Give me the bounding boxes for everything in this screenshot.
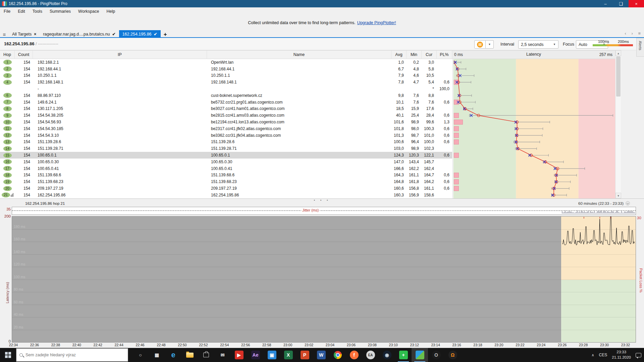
tab-close-icon[interactable]: ×	[34, 32, 36, 37]
taskbar-obs-icon[interactable]: O	[428, 348, 444, 362]
min-cell: 98,9	[407, 120, 422, 124]
maximize-button[interactable]: ❑	[613, 0, 629, 7]
alerts-side-tab[interactable]: Alerts	[636, 38, 644, 57]
taskbar-store-icon[interactable]	[198, 348, 214, 362]
column-header-avg[interactable]: Avg	[391, 51, 407, 59]
language-indicator[interactable]: CES	[599, 353, 607, 357]
scroll-down-icon[interactable]: ▼	[615, 193, 621, 198]
hop-row-19[interactable]: 19154151.139.68.23151.139.68.23164,8161,…	[0, 178, 452, 185]
close-button[interactable]: ×	[629, 0, 644, 7]
timeline-graph[interactable]: 180 ms160 ms140 ms120 ms100 ms80 ms60 ms…	[12, 216, 636, 343]
hop-row-unknown[interactable]: -*100,0	[0, 85, 452, 92]
start-button[interactable]	[0, 348, 16, 362]
taskbar-after-effects-icon[interactable]: Ae	[247, 348, 264, 362]
taskbar-steam-icon[interactable]: ◉	[379, 348, 395, 362]
new-tab-button[interactable]: +	[161, 31, 170, 38]
ip-cell: 192.168.148.1	[33, 80, 207, 84]
min-cell: 4,6	[407, 73, 422, 78]
ip-cell: 154.54.3.10	[33, 133, 207, 138]
cur-cell: 102,3	[422, 146, 437, 151]
tab-check-icon[interactable]: ✔	[112, 32, 116, 37]
hop-row-10[interactable]: 10154154.54.56.93be12194.ccr41.lon13.atl…	[0, 119, 452, 125]
taskbar-powerpoint-icon[interactable]: P	[297, 348, 313, 362]
time-tick-label: 22:46	[133, 343, 148, 347]
upgrade-banner: Collect unlimited data over time to find…	[0, 15, 644, 30]
column-header-name[interactable]: Name	[207, 51, 391, 59]
taskbar-pingplotter-icon[interactable]	[412, 348, 428, 362]
targets-menu-icon[interactable]: ≡	[0, 31, 9, 38]
hop-row-17[interactable]: 17154100.65.0.41100.65.0.41166,6162,2162…	[0, 165, 452, 172]
hop-row-11[interactable]: 11154154.54.30.185be2317.ccr41.jfk02.atl…	[0, 125, 452, 132]
hop-row-16[interactable]: 16154100.65.0.30100.65.0.30147,0143,4145…	[0, 159, 452, 165]
menu-workspace[interactable]: Workspace	[74, 7, 103, 15]
avg-cell: 1,0	[391, 60, 407, 65]
hop-row-21[interactable]: 21154162.254.195.86162.254.195.86160,315…	[0, 192, 452, 198]
tab-target-1[interactable]: ragequitar.nar.jag.d....pa.brutalcs.nu✔	[40, 30, 119, 38]
column-header-pl[interactable]: PL%	[437, 51, 452, 59]
tab-check-icon[interactable]: ✔	[154, 32, 157, 37]
scrollbar-thumb[interactable]	[616, 56, 621, 97]
interval-select[interactable]: 2,5 seconds▼	[518, 40, 558, 49]
taskbar-audio-app-icon[interactable]: Ω	[444, 348, 461, 362]
splitter-handle[interactable]: ● ● ●	[0, 199, 644, 201]
hop-row-4[interactable]: 4154192.168.148.1192.168.148.17,84,75,40…	[0, 79, 452, 85]
hop-badge: 12	[3, 133, 12, 138]
hop-row-1[interactable]: 1154192.168.2.1OpenWrt.lan1,00,23,0	[0, 59, 452, 66]
count-cell: 154	[15, 186, 33, 191]
hop-row-12[interactable]: 12154154.54.3.10be3362.ccr31.jfk04.atlas…	[0, 132, 452, 139]
taskbar-search[interactable]	[16, 348, 128, 362]
menu-help[interactable]: Help	[103, 7, 119, 15]
search-input[interactable]	[25, 353, 119, 357]
column-header-min[interactable]: Min	[407, 51, 422, 59]
pause-dropdown-button[interactable]: ▼	[486, 40, 494, 49]
minimize-button[interactable]: –	[598, 0, 613, 7]
clock[interactable]: 23:33 21.11.2020	[612, 350, 631, 360]
hop-row-2[interactable]: 2154192.168.44.1192.168.44.16,74,85,8	[0, 66, 452, 72]
time-tick-label: 23:00	[280, 343, 295, 347]
hop-row-13[interactable]: 13154151.139.28.6151.139.28.6100,696,410…	[0, 139, 452, 145]
taskbar-capture-app-icon[interactable]: ▣	[264, 348, 280, 362]
taskbar-mail-icon[interactable]: ✉	[214, 348, 231, 362]
menu-file[interactable]: File	[0, 7, 14, 15]
hidden-icons-chevron[interactable]: ∧	[592, 353, 594, 357]
taskbar-ea-icon[interactable]: EA	[362, 348, 379, 362]
count-cell: 154	[15, 146, 33, 151]
hop-row-18[interactable]: 18154151.139.68.6151.139.68.6164,3161,11…	[0, 172, 452, 179]
column-header-count[interactable]: Count	[15, 51, 33, 59]
table-scrollbar[interactable]: ▲ ▼	[615, 50, 621, 198]
menu-summaries[interactable]: Summaries	[46, 7, 74, 15]
hop-row-20[interactable]: 20154209.197.27.19209.197.27.19160,6156,…	[0, 185, 452, 192]
taskbar-excel-icon[interactable]: X	[280, 348, 297, 362]
tab-nav-icons[interactable]: ‹ › ≡	[625, 31, 643, 36]
taskbar-firefox-icon[interactable]: f	[346, 348, 362, 362]
column-header-ip[interactable]: IP	[33, 51, 207, 59]
column-header-hop[interactable]: Hop	[0, 51, 15, 59]
hop-row-14[interactable]: 14154151.139.28.71151.139.28.71103,098,9…	[0, 145, 452, 152]
taskbar-task-view-icon[interactable]: ▦	[149, 348, 165, 362]
taskbar-file-explorer-icon[interactable]	[181, 348, 198, 362]
notification-center-icon[interactable]	[636, 353, 641, 357]
taskbar-edge-icon[interactable]: e	[165, 348, 181, 362]
taskbar-chrome-icon[interactable]	[329, 348, 346, 362]
tab-target-2[interactable]: 162.254.195.86✔	[119, 30, 161, 38]
hop-row-9[interactable]: 9154154.54.38.205be2815.ccr41.ams03.atla…	[0, 112, 452, 119]
hop-row-6[interactable]: 615488.86.97.110cust-boknet.supernetwork…	[0, 92, 452, 99]
hop-row-3[interactable]: 315410.250.1.110.250.1.17,94,610,5	[0, 72, 452, 79]
time-tick-label: 23:06	[344, 343, 359, 347]
taskbar-video-player-icon[interactable]: ▶	[231, 348, 247, 362]
taskbar-green-app-icon[interactable]: +	[395, 348, 412, 362]
timeline-range-control[interactable]: 60 minutes (22:33 - 23:33)	[578, 201, 630, 205]
tab-all-targets[interactable]: All Targets×	[9, 30, 40, 38]
menu-tools[interactable]: Tools	[29, 7, 46, 15]
hop-row-15[interactable]: 15154100.65.0.1100.65.0.1124,3120,3122,1…	[0, 152, 452, 159]
min-cell: 25,4	[407, 113, 422, 118]
hop-row-8[interactable]: 8154130.117.1.205be3027.ccr41.ham01.atla…	[0, 106, 452, 112]
pause-button[interactable]	[474, 40, 486, 49]
menu-edit[interactable]: Edit	[14, 7, 29, 15]
hop-row-7[interactable]: 7154149.6.24.1be5732.ccr21.prg01.atlas.c…	[0, 99, 452, 106]
column-header-cur[interactable]: Cur	[422, 51, 437, 59]
upgrade-link[interactable]: Upgrade PingPlotter!	[357, 20, 396, 25]
taskbar-word-icon[interactable]: W	[313, 348, 329, 362]
taskbar-cortana-icon[interactable]: ○	[132, 348, 149, 362]
scroll-up-icon[interactable]: ▲	[615, 50, 621, 56]
